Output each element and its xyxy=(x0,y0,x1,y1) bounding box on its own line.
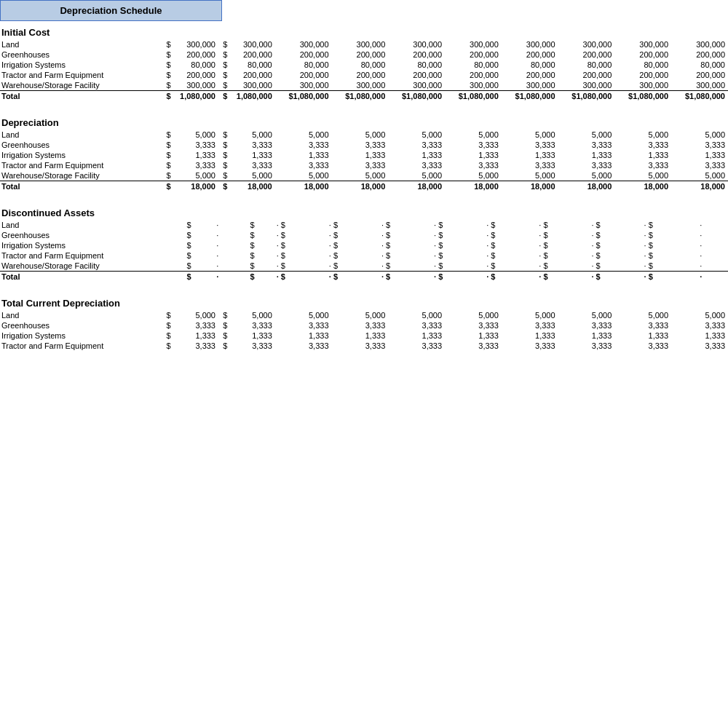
cell-value: 5,000 xyxy=(172,170,218,181)
cell-value: 80,000 xyxy=(172,60,218,70)
dollar-sign: $ xyxy=(162,91,171,102)
cell-value: · $ xyxy=(518,261,570,272)
dollar-sign xyxy=(275,50,285,60)
cell-value: · $ xyxy=(256,250,308,261)
dollar-sign: $ xyxy=(162,331,171,341)
cell-value: 200,000 xyxy=(228,50,274,60)
cell-value: 200,000 xyxy=(568,50,614,60)
cell-value: $1,080,000 xyxy=(568,91,614,102)
dollar-sign xyxy=(502,39,511,50)
cell-value: 200,000 xyxy=(568,70,614,80)
dollar-sign: $ xyxy=(245,230,256,240)
cell-value: $1,080,000 xyxy=(454,91,501,102)
cell-value: 300,000 xyxy=(341,80,388,91)
cell-value: 80,000 xyxy=(681,60,728,70)
dollar-sign: $ xyxy=(181,250,192,261)
dollar-sign xyxy=(275,320,285,331)
dollar-sign xyxy=(388,150,397,160)
cell-value: $1,080,000 xyxy=(511,91,558,102)
dollar-sign: $ xyxy=(181,240,192,250)
cell-value: 300,000 xyxy=(568,80,614,91)
dollar-sign xyxy=(614,70,624,80)
dollar-sign xyxy=(332,80,341,91)
dollar-sign xyxy=(502,331,511,341)
dollar-sign xyxy=(275,140,285,150)
cell-value: $1,080,000 xyxy=(625,91,671,102)
cell-value: 1,333 xyxy=(228,331,274,341)
cell-value: 300,000 xyxy=(681,80,728,91)
dollar-sign: $ xyxy=(162,50,171,60)
dollar-sign xyxy=(558,160,568,170)
dollar-sign xyxy=(388,39,397,50)
cell-value: 18,000 xyxy=(285,181,331,192)
cell-value: 3,333 xyxy=(454,320,501,331)
dollar-sign xyxy=(388,170,397,181)
dollar-sign xyxy=(502,91,511,102)
dollar-sign xyxy=(332,60,341,70)
dollar-sign: $ xyxy=(162,170,171,181)
cell-value: · $ xyxy=(623,272,676,282)
dollar-sign xyxy=(275,310,285,320)
dollar-sign: $ xyxy=(162,80,171,91)
cell-value: · $ xyxy=(256,240,308,250)
cell-value: 3,333 xyxy=(398,320,445,331)
cell-value: · $ xyxy=(570,272,622,282)
dollar-sign xyxy=(671,130,681,140)
title: Depreciation Schedule xyxy=(60,5,162,16)
cell-value: 200,000 xyxy=(172,70,218,80)
row-label: Land xyxy=(0,220,181,230)
dollar-sign: $ xyxy=(162,140,171,150)
cell-value: · $ xyxy=(308,240,360,250)
cell-value: 5,000 xyxy=(398,130,445,140)
cell-value: 5,000 xyxy=(454,170,501,181)
cell-value: · $ xyxy=(413,250,465,261)
data-table: Land$5,000$5,0005,0005,0005,0005,0005,00… xyxy=(0,310,728,351)
cell-value: · $ xyxy=(413,240,465,250)
cell-value: 3,333 xyxy=(625,320,671,331)
cell-value: 3,333 xyxy=(398,160,445,170)
cell-value: 300,000 xyxy=(228,39,274,50)
cell-value: 3,333 xyxy=(454,140,501,150)
dollar-sign xyxy=(502,170,511,181)
dollar-sign: $ xyxy=(218,39,228,50)
dollar-sign: $ xyxy=(181,220,192,230)
dollar-sign xyxy=(614,39,624,50)
cell-value: 5,000 xyxy=(681,310,728,320)
row-label: Land xyxy=(0,310,162,320)
dollar-sign: $ xyxy=(218,181,228,192)
section-title: Depreciation xyxy=(0,111,728,130)
dollar-sign xyxy=(332,150,341,160)
cell-value: 300,000 xyxy=(285,39,331,50)
row-label: Warehouse/Storage Facility xyxy=(0,261,181,272)
cell-value: 1,333 xyxy=(681,331,728,341)
dollar-sign xyxy=(558,331,568,341)
dollar-sign xyxy=(275,150,285,160)
dollar-sign xyxy=(388,181,397,192)
cell-value: · $ xyxy=(570,261,622,272)
dollar-sign xyxy=(332,320,341,331)
dollar-sign: $ xyxy=(218,80,228,91)
cell-value: 1,333 xyxy=(341,150,388,160)
dollar-sign xyxy=(671,140,681,150)
cell-value: · $ xyxy=(360,261,413,272)
cell-value: 200,000 xyxy=(172,50,218,60)
cell-value: · $ xyxy=(360,272,413,282)
cell-value: 200,000 xyxy=(625,70,671,80)
cell-value: · xyxy=(192,250,245,261)
dollar-sign xyxy=(275,70,285,80)
cell-value: 3,333 xyxy=(398,341,445,351)
dollar-sign xyxy=(388,160,397,170)
dollar-sign xyxy=(671,60,681,70)
dollar-sign: $ xyxy=(218,70,228,80)
cell-value: · $ xyxy=(570,240,622,250)
cell-value: 18,000 xyxy=(172,181,218,192)
cell-value: 80,000 xyxy=(228,60,274,70)
row-label: Greenhouses xyxy=(0,140,162,150)
dollar-sign xyxy=(445,181,454,192)
dollar-sign: $ xyxy=(162,39,171,50)
cell-value: 3,333 xyxy=(511,160,558,170)
cell-value: 1,333 xyxy=(285,150,331,160)
cell-value: 3,333 xyxy=(568,341,614,351)
cell-value: 300,000 xyxy=(454,39,501,50)
cell-value: · $ xyxy=(360,240,413,250)
